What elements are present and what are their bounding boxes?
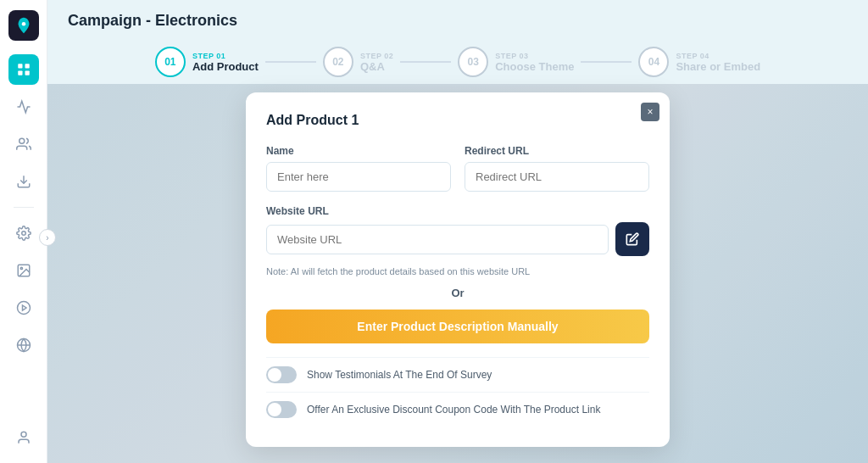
manual-description-button[interactable]: Enter Product Description Manually <box>266 310 649 343</box>
sidebar-item-play[interactable] <box>8 293 39 323</box>
testimonials-toggle[interactable] <box>266 366 297 383</box>
modal-title: Add Product 1 <box>266 113 649 128</box>
toggle-row-testimonials: Show Testimonials At The End Of Survey <box>266 357 649 392</box>
sidebar-divider <box>14 207 34 208</box>
step-1: 01 STEP 01 Add Product <box>155 47 259 77</box>
form-row-name-url: Name Redirect URL <box>266 145 649 192</box>
step-4: 04 STEP 04 Share or Embed <box>638 47 760 77</box>
step-3-circle: 03 <box>458 47 488 77</box>
content-area: × Add Product 1 Name Redirect URL <box>47 84 868 463</box>
form-group-name: Name <box>266 145 451 192</box>
step-1-circle: 01 <box>155 47 186 77</box>
website-url-label: Website URL <box>266 205 649 217</box>
step-1-name: Add Product <box>192 60 259 73</box>
step-2-label: STEP 02 <box>360 52 393 60</box>
form-group-redirect: Redirect URL <box>465 145 649 192</box>
page-title: Campaign - Electronics <box>68 12 237 29</box>
svg-rect-3 <box>18 71 22 75</box>
add-product-modal: × Add Product 1 Name Redirect URL <box>246 92 670 447</box>
discount-toggle[interactable] <box>266 401 297 418</box>
website-url-input[interactable] <box>266 225 609 254</box>
svg-marker-11 <box>22 305 26 310</box>
form-group-website: Website URL <box>266 205 649 261</box>
sidebar-item-image[interactable] <box>8 255 39 286</box>
step-4-label: STEP 04 <box>676 52 760 60</box>
toggle-row-discount: Offer An Exclusive Discount Coupon Code … <box>266 392 649 427</box>
step-3-info: STEP 03 Choose Theme <box>495 52 574 73</box>
fetch-button[interactable] <box>615 222 649 256</box>
svg-point-7 <box>21 232 25 236</box>
or-divider: Or <box>266 287 649 299</box>
main-content: Campaign - Electronics 01 STEP 01 Add Pr… <box>47 0 868 463</box>
sidebar-item-user[interactable] <box>8 422 39 453</box>
step-connector-3 <box>581 61 632 63</box>
sidebar-item-globe[interactable] <box>8 330 39 360</box>
redirect-url-label: Redirect URL <box>465 145 649 157</box>
step-connector-2 <box>400 61 451 63</box>
step-1-info: STEP 01 Add Product <box>192 52 259 73</box>
sidebar-item-grid[interactable] <box>8 54 39 85</box>
note-text: Note: AI will fetch the product details … <box>266 266 649 276</box>
svg-point-9 <box>20 267 22 269</box>
svg-point-0 <box>21 22 25 26</box>
svg-rect-4 <box>25 71 29 75</box>
sidebar-item-users[interactable] <box>8 129 39 159</box>
step-2: 02 STEP 02 Q&A <box>323 47 393 77</box>
svg-point-14 <box>21 432 26 437</box>
step-4-info: STEP 04 Share or Embed <box>676 52 760 73</box>
name-input[interactable] <box>266 162 451 192</box>
step-connector-1 <box>265 61 316 63</box>
app-logo <box>8 10 39 41</box>
sidebar-item-activity[interactable] <box>8 92 39 122</box>
sidebar-expand-chevron[interactable]: › <box>39 229 56 246</box>
step-3-name: Choose Theme <box>495 60 574 73</box>
svg-point-10 <box>17 302 30 315</box>
step-2-info: STEP 02 Q&A <box>360 52 393 73</box>
steps-bar: 01 STEP 01 Add Product 02 STEP 02 Q&A 03… <box>47 36 868 84</box>
name-label: Name <box>266 145 451 157</box>
step-2-circle: 02 <box>323 47 353 77</box>
sidebar-item-download[interactable] <box>8 166 39 197</box>
website-url-row <box>266 222 649 256</box>
redirect-url-input[interactable] <box>465 162 649 192</box>
step-1-label: STEP 01 <box>192 52 259 60</box>
modal-close-button[interactable]: × <box>641 103 659 121</box>
modal-overlay: × Add Product 1 Name Redirect URL <box>47 84 868 463</box>
testimonials-toggle-label: Show Testimonials At The End Of Survey <box>307 369 492 381</box>
step-3-label: STEP 03 <box>495 52 574 60</box>
sidebar-item-settings[interactable] <box>8 218 39 248</box>
step-2-name: Q&A <box>360 60 393 73</box>
svg-point-5 <box>19 138 24 143</box>
header: Campaign - Electronics <box>47 0 868 36</box>
svg-rect-2 <box>25 64 29 68</box>
step-3: 03 STEP 03 Choose Theme <box>458 47 574 77</box>
step-4-circle: 04 <box>638 47 669 77</box>
svg-rect-1 <box>18 64 22 68</box>
step-4-name: Share or Embed <box>676 60 760 73</box>
discount-toggle-label: Offer An Exclusive Discount Coupon Code … <box>307 404 600 416</box>
